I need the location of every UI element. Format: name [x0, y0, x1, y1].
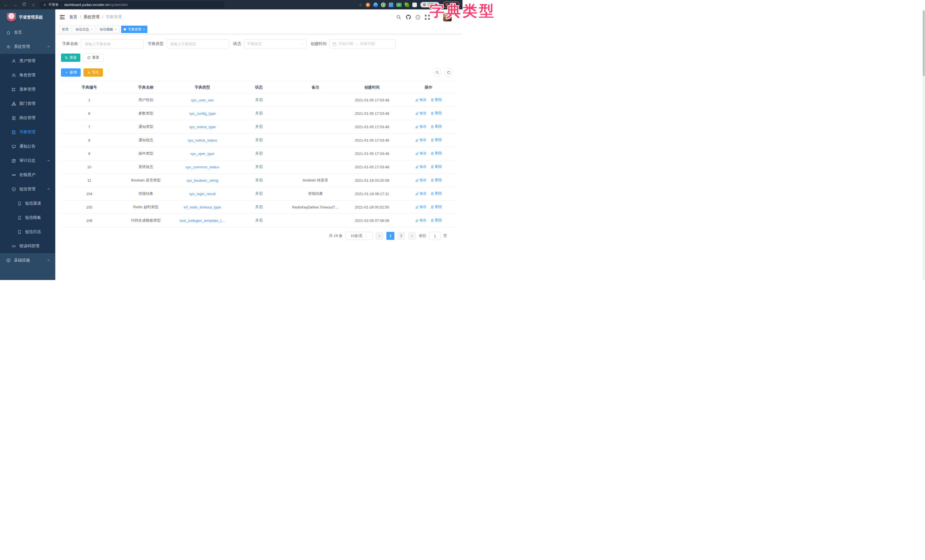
edit-link[interactable]: 修改 — [415, 218, 426, 223]
app-logo-row[interactable]: 芋道管理系统 — [0, 9, 55, 26]
dict-type-link[interactable]: sys_oper_type — [190, 152, 215, 156]
dict-type-link[interactable]: inf_redis_timeout_type — [184, 205, 221, 209]
green-circle-extension-icon[interactable] — [381, 3, 386, 7]
status-select[interactable]: 字典状态 ⌄ — [244, 39, 307, 48]
delete-link[interactable]: 删除 — [431, 205, 442, 209]
reload-icon[interactable] — [21, 2, 27, 7]
sidebar-item-9[interactable]: 审计日志 — [0, 154, 55, 168]
sidebar-item-10[interactable]: 在线用户 — [0, 168, 55, 182]
edit-link[interactable]: 修改 — [415, 98, 426, 102]
delete-link[interactable]: 删除 — [431, 151, 442, 156]
goto-page-input[interactable] — [429, 232, 441, 240]
dict-name-input[interactable] — [81, 39, 144, 48]
prev-page-button[interactable]: ‹ — [375, 232, 384, 240]
dict-type-link[interactable]: sys_notice_status — [187, 138, 217, 142]
home-icon[interactable]: ⌂ — [30, 2, 36, 7]
update-label[interactable]: 更新 — [445, 2, 452, 7]
sidebar-item-11[interactable]: 短信管理 — [0, 182, 55, 196]
next-page-button[interactable]: › — [408, 232, 416, 240]
close-icon[interactable]: × — [143, 28, 145, 31]
toggle-search-button[interactable] — [433, 68, 441, 77]
edit-link[interactable]: 修改 — [415, 191, 426, 196]
tab-3[interactable]: 字典管理× — [121, 26, 147, 33]
edit-link[interactable]: 修改 — [415, 205, 426, 209]
github-icon[interactable] — [406, 15, 411, 20]
breadcrumb-home[interactable]: 首页 — [69, 15, 77, 20]
refresh-table-button[interactable] — [444, 68, 453, 77]
edit-link[interactable]: 修改 — [415, 138, 426, 142]
delete-link[interactable]: 删除 — [431, 98, 442, 102]
close-icon[interactable]: × — [91, 28, 93, 31]
update-chip[interactable]: 更新 ⋮ — [443, 2, 459, 8]
dict-type-link[interactable]: sys_boolean_string — [186, 178, 218, 182]
avatar[interactable] — [443, 13, 452, 21]
caret-down-icon[interactable]: ▾ — [456, 15, 458, 19]
edit-link[interactable]: 修改 — [415, 164, 426, 169]
address-bar[interactable]: ⚠ 不安全 | dashboard.yudao.iocoder.cn/syste… — [39, 2, 224, 8]
close-icon[interactable]: × — [115, 28, 116, 31]
search-icon[interactable] — [396, 15, 401, 20]
breadcrumb-system[interactable]: 系统管理 — [83, 15, 99, 20]
dict-type-input[interactable] — [166, 39, 229, 48]
delete-link[interactable]: 删除 — [431, 111, 442, 116]
export-button[interactable]: 导出 — [83, 68, 103, 77]
adblock-extension-icon[interactable] — [366, 3, 370, 7]
tab-label: 首页 — [62, 27, 69, 32]
sidebar-item-7[interactable]: 字典管理 — [0, 125, 55, 139]
edit-link[interactable]: 修改 — [415, 111, 426, 116]
tab-0[interactable]: 首页 — [59, 26, 71, 33]
puzzle-extension-icon[interactable] — [412, 3, 417, 7]
back-icon[interactable]: ← — [3, 2, 9, 7]
edit-link[interactable]: 修改 — [415, 151, 426, 156]
delete-link[interactable]: 删除 — [431, 191, 442, 196]
tab-1[interactable]: 短信日志× — [73, 26, 95, 33]
dict-type-link[interactable]: sys_user_sex — [191, 98, 214, 102]
dict-type-link[interactable]: sys_common_status — [185, 165, 219, 169]
page-size-select[interactable]: 10条/页⌄ — [345, 232, 373, 240]
reset-button[interactable]: 重置 — [83, 54, 103, 62]
delete-link[interactable]: 删除 — [431, 218, 442, 223]
sidebar-item-16[interactable]: 基础设施 — [0, 253, 55, 268]
sidebar-item-15[interactable]: 错误码管理 — [0, 239, 55, 253]
date-range-picker[interactable]: 开始日期 ~ 结束日期 — [330, 39, 396, 48]
sidebar-item-6[interactable]: 岗位管理 — [0, 111, 55, 125]
tab-2[interactable]: 短信模板× — [97, 26, 119, 33]
help-icon[interactable]: ? — [416, 15, 420, 20]
dict-type-link[interactable]: sys_login_result — [189, 192, 215, 196]
delete-link[interactable]: 删除 — [431, 124, 442, 129]
edit-link[interactable]: 修改 — [415, 124, 426, 129]
sidebar-item-1[interactable]: 系统管理 — [0, 39, 55, 54]
sidebar-item-4[interactable]: 菜单管理 — [0, 82, 55, 96]
star-icon[interactable]: ☆ — [359, 3, 363, 7]
sidebar-item-8[interactable]: 通知公告 — [0, 139, 55, 154]
gem-extension-icon[interactable] — [389, 3, 393, 7]
dict-type-link[interactable]: tool_codegen_template_t… — [180, 218, 225, 223]
add-button[interactable]: ＋新增 — [61, 68, 81, 77]
sidebar-item-14[interactable]: 短信日志 — [0, 225, 55, 239]
fullscreen-icon[interactable] — [425, 15, 430, 20]
paused-extension-badge[interactable]: 😀已暂停 — [420, 2, 440, 8]
sidebar-item-12[interactable]: 短信渠道 — [0, 196, 55, 211]
sidebar-item-2[interactable]: 用户管理 — [0, 54, 55, 68]
sidebar-item-5[interactable]: 部门管理 — [0, 96, 55, 111]
dict-type-link[interactable]: sys_notice_type — [189, 125, 215, 129]
edit-link[interactable]: 修改 — [415, 178, 426, 182]
kebab-menu-icon[interactable]: ⋮ — [453, 3, 457, 7]
leaf-extension-icon[interactable] — [405, 3, 409, 7]
forward-icon[interactable]: → — [12, 2, 18, 7]
delete-link[interactable]: 删除 — [431, 178, 442, 182]
sidebar-item-0[interactable]: 首页 — [0, 26, 55, 39]
page-button-2[interactable]: 2 — [397, 232, 405, 240]
security-label[interactable]: 不安全 — [48, 2, 59, 7]
font-size-icon[interactable]: тT — [434, 15, 438, 20]
page-button-1[interactable]: 1 — [386, 232, 395, 240]
delete-link[interactable]: 删除 — [431, 164, 442, 169]
dict-type-link[interactable]: sys_config_type — [189, 111, 215, 116]
tampermonkey-extension-icon[interactable]: on — [396, 3, 402, 7]
sidebar-item-3[interactable]: 角色管理 — [0, 68, 55, 82]
search-button[interactable]: 搜索 — [61, 54, 80, 62]
hamburger-icon[interactable] — [60, 15, 65, 20]
delete-link[interactable]: 删除 — [431, 138, 442, 142]
drop-extension-icon[interactable] — [373, 3, 378, 7]
sidebar-item-13[interactable]: 短信模板 — [0, 211, 55, 225]
